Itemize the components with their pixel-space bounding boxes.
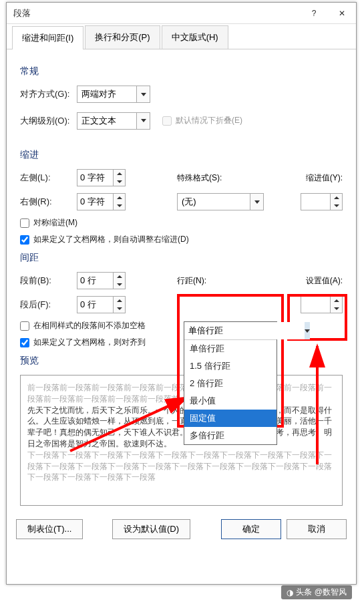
left-indent-spinner[interactable] [77, 169, 177, 186]
alignment-value[interactable] [77, 86, 137, 103]
right-indent-label: 右侧(R): [20, 196, 77, 208]
dropdown-option[interactable]: 单倍行距 [184, 340, 277, 357]
outline-select[interactable] [77, 112, 150, 130]
up-icon[interactable] [114, 297, 125, 305]
dropdown-option[interactable]: 1.5 倍行距 [184, 357, 277, 375]
indent-by-spinner[interactable] [301, 193, 343, 210]
close-icon: ✕ [339, 9, 345, 18]
snap-grid-checkbox[interactable] [20, 338, 29, 347]
button-bar: 制表位(T)... 设为默认值(D) 确定 取消 [7, 511, 356, 547]
space-before-spinner[interactable] [77, 272, 177, 289]
spacing-at-spinner[interactable] [301, 296, 343, 313]
space-before-label: 段前(B): [20, 275, 77, 287]
alignment-label: 对齐方式(G): [20, 88, 77, 100]
tab-line-page-breaks[interactable]: 换行和分页(P) [85, 25, 160, 49]
watermark: ◑ 头条 @数智风 [281, 585, 352, 599]
close-button[interactable]: ✕ [328, 3, 356, 24]
dropdown-option-selected[interactable]: 固定值 [184, 410, 277, 427]
down-icon[interactable] [114, 281, 125, 289]
preview-box: 前一段落前一段落前一段落前一段落前一段落前一段落前一段落前一段落前一段落前一段落… [20, 375, 343, 506]
chevron-down-icon[interactable] [305, 322, 310, 339]
tab-indent-spacing[interactable]: 缩进和间距(I) [12, 26, 83, 49]
dialog-title: 段落 [13, 7, 300, 19]
indent-by-label: 缩进值(Y): [270, 172, 343, 184]
section-general: 常规 [20, 65, 343, 78]
outline-label: 大纲级别(O): [20, 115, 77, 127]
help-button[interactable]: ? [300, 3, 328, 24]
mirror-indent-checkbox[interactable] [20, 218, 29, 228]
up-icon[interactable] [114, 194, 125, 202]
section-indent: 缩进 [20, 149, 343, 161]
down-icon[interactable] [331, 202, 342, 210]
tabs-button[interactable]: 制表位(T)... [16, 519, 83, 539]
ok-button[interactable]: 确定 [221, 519, 281, 539]
logo-icon: ◑ [287, 588, 293, 597]
down-icon[interactable] [114, 305, 125, 313]
dropdown-option[interactable]: 2 倍行距 [184, 375, 277, 392]
line-spacing-label: 行距(N): [177, 275, 270, 287]
set-default-button[interactable]: 设为默认值(D) [112, 519, 190, 539]
collapse-label: 默认情况下折叠(E) [176, 115, 242, 126]
dialog-body: 常规 对齐方式(G): 大纲级别(O): 默认情况下折叠(E) 缩进 左侧(L)… [7, 49, 356, 511]
no-space-same-style-checkbox[interactable] [20, 321, 29, 331]
up-icon[interactable] [331, 194, 342, 202]
outline-value[interactable] [77, 112, 137, 130]
auto-right-indent-checkbox[interactable] [20, 235, 29, 245]
titlebar: 段落 ? ✕ [7, 3, 356, 24]
paragraph-dialog: 段落 ? ✕ 缩进和间距(I) 换行和分页(P) 中文版式(H) 常规 对齐方式… [6, 2, 357, 585]
dropdown-option[interactable]: 多倍行距 [184, 427, 277, 444]
down-icon[interactable] [114, 202, 125, 210]
tab-asian-typography[interactable]: 中文版式(H) [162, 25, 228, 49]
down-icon[interactable] [114, 178, 125, 186]
special-format-label: 特殊格式(S): [177, 172, 270, 184]
section-preview: 预览 [20, 355, 343, 367]
cancel-button[interactable]: 取消 [287, 519, 347, 539]
alignment-select[interactable] [77, 86, 150, 103]
line-spacing-dropdown[interactable]: 单倍行距 1.5 倍行距 2 倍行距 最小值 固定值 多倍行距 [184, 321, 277, 445]
space-after-spinner[interactable] [77, 296, 177, 313]
right-indent-spinner[interactable] [77, 193, 177, 210]
question-icon: ? [312, 9, 317, 18]
up-icon[interactable] [114, 273, 125, 281]
chevron-down-icon[interactable] [137, 86, 150, 103]
up-icon[interactable] [331, 297, 342, 305]
tab-bar: 缩进和间距(I) 换行和分页(P) 中文版式(H) [7, 24, 356, 49]
space-after-label: 段后(F): [20, 299, 77, 311]
left-indent-label: 左侧(L): [20, 172, 77, 184]
up-icon[interactable] [114, 170, 125, 178]
chevron-down-icon[interactable] [250, 193, 264, 210]
line-spacing-value[interactable] [184, 322, 305, 339]
spacing-at-label: 设置值(A): [270, 275, 343, 287]
down-icon[interactable] [331, 305, 342, 313]
special-format-select[interactable] [177, 193, 270, 210]
chevron-down-icon[interactable] [137, 112, 150, 130]
section-spacing: 间距 [20, 252, 343, 264]
collapse-checkbox [162, 116, 172, 126]
dropdown-option[interactable]: 最小值 [184, 392, 277, 410]
